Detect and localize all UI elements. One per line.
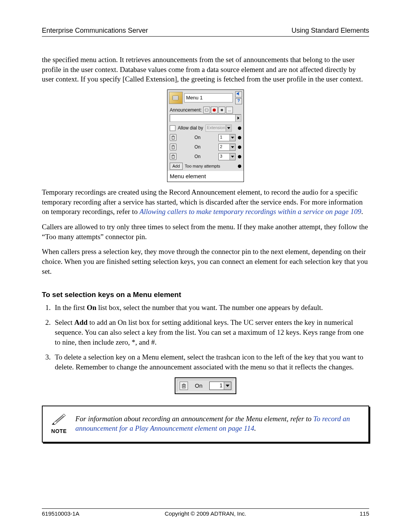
temp-recordings-paragraph: Temporary recordings are created using t… — [42, 187, 369, 217]
on-row-1: On 1 — [167, 133, 244, 142]
on-row-figure: On 1 — [175, 377, 236, 394]
add-row: Add Too many attempts — [167, 161, 244, 171]
chevron-down-icon — [229, 153, 235, 160]
trash-icon[interactable] — [180, 382, 188, 390]
on-label: On — [179, 134, 216, 141]
on-label: On — [179, 144, 216, 150]
note-word: NOTE — [51, 428, 67, 435]
page-body: the specified menu action. It retrieves … — [42, 55, 369, 443]
connector-pin[interactable] — [238, 155, 241, 158]
temp-recordings-link[interactable]: Allowing callers to make temporary recor… — [139, 208, 361, 216]
more-icon[interactable]: ... — [226, 107, 233, 113]
note-box: NOTE For information about recording an … — [42, 406, 369, 443]
announcement-field[interactable] — [170, 114, 241, 122]
add-button[interactable]: Add — [170, 163, 183, 170]
stop-icon[interactable] — [218, 107, 225, 113]
announcement-section: Announcement: ... — [167, 105, 244, 123]
extension-select[interactable]: Extension — [206, 125, 232, 132]
chevron-down-icon — [229, 144, 235, 150]
connector-pin[interactable] — [238, 136, 241, 139]
step-2: Select Add to add an On list box for set… — [53, 318, 369, 347]
chevron-down-icon — [224, 382, 231, 390]
help-icon[interactable]: ? — [235, 98, 242, 104]
menu-titlebar: Menu 1 ? — [167, 90, 244, 105]
svg-rect-0 — [173, 96, 178, 100]
menu-element-figure-wrap: Menu 1 ? Announcement: — [42, 89, 369, 182]
play-icon[interactable] — [235, 115, 241, 121]
connector-pin[interactable] — [238, 145, 241, 149]
allow-dial-label: Allow dial by — [178, 125, 203, 131]
page-header: Enterprise Communications Server Using S… — [42, 27, 369, 37]
selection-paragraph: When callers press a selection key, they… — [42, 247, 369, 276]
connector-pin[interactable] — [238, 165, 241, 168]
trash-icon[interactable] — [170, 153, 177, 160]
on-row-figure-wrap: On 1 — [42, 377, 369, 394]
figure-caption: Menu element — [167, 171, 244, 182]
chevron-down-icon — [226, 125, 231, 131]
menu-icon — [169, 92, 183, 104]
too-many-label: Too many attempts — [185, 163, 220, 169]
allow-dial-checkbox[interactable] — [170, 125, 175, 131]
menu-element-figure: Menu 1 ? Announcement: — [167, 89, 244, 182]
allow-dial-row: Allow dial by Extension — [167, 123, 244, 133]
section-heading: To set selection keys on a Menu element — [42, 290, 369, 300]
svg-rect-5 — [172, 136, 174, 139]
on-label: On — [195, 382, 202, 390]
on-select[interactable]: 1 — [209, 382, 231, 390]
on-select-3[interactable]: 3 — [218, 153, 236, 160]
chevron-down-icon — [229, 134, 235, 141]
svg-rect-8 — [172, 146, 174, 149]
announcement-browse-icon[interactable] — [203, 107, 210, 113]
on-select-2[interactable]: 2 — [218, 144, 236, 151]
note-icon: NOTE — [51, 412, 67, 435]
intro-paragraph: the specified menu action. It retrieves … — [42, 55, 369, 84]
on-row-2: On 2 — [167, 142, 244, 152]
step-3: To delete a selection key on a Menu elem… — [53, 352, 369, 372]
record-icon[interactable] — [211, 107, 218, 113]
svg-rect-11 — [172, 155, 174, 158]
note-text: For information about recording an annou… — [75, 414, 362, 433]
svg-rect-4 — [221, 109, 223, 111]
on-select-1[interactable]: 1 — [218, 134, 236, 141]
page-footer: 619510003-1A Copyright © 2009 ADTRAN, In… — [42, 508, 369, 517]
step-1: In the first On list box, select the num… — [53, 303, 369, 313]
on-row-3: On 3 — [167, 152, 244, 161]
page: Enterprise Communications Server Using S… — [0, 0, 411, 532]
attempts-paragraph: Callers are allowed to try only three ti… — [42, 222, 369, 241]
header-right: Using Standard Elements — [292, 27, 369, 35]
trash-icon[interactable] — [170, 134, 177, 141]
on-label: On — [179, 153, 216, 160]
connector-pin[interactable] — [238, 126, 241, 130]
footer-copyright: Copyright © 2009 ADTRAN, Inc. — [42, 510, 369, 517]
svg-rect-3 — [205, 109, 208, 111]
header-left: Enterprise Communications Server — [42, 27, 148, 35]
announcement-label: Announcement: — [170, 107, 202, 113]
trash-icon[interactable] — [170, 144, 177, 150]
audio-icon[interactable] — [235, 91, 242, 97]
steps-list: In the first On list box, select the num… — [42, 303, 369, 372]
title-right-buttons: ? — [235, 91, 242, 104]
menu-title-input[interactable]: Menu 1 — [184, 93, 233, 102]
